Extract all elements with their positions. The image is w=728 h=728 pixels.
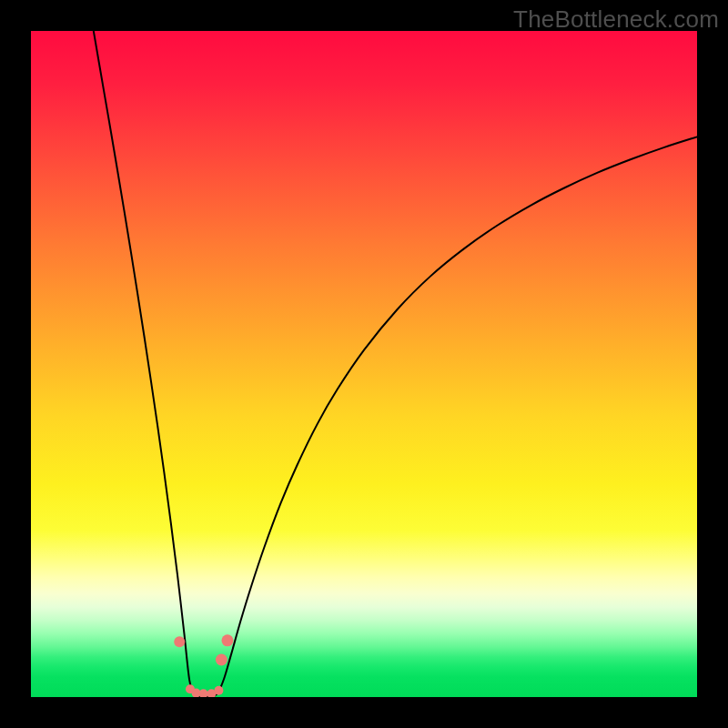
curve-group xyxy=(94,31,697,697)
marker-point xyxy=(216,654,228,666)
marker-point xyxy=(214,686,223,695)
chart-svg xyxy=(31,31,697,697)
marker-point xyxy=(199,689,208,697)
marker-group xyxy=(174,634,233,697)
marker-point xyxy=(174,636,185,647)
series-left-branch xyxy=(94,31,206,697)
watermark-text: TheBottleneck.com xyxy=(513,5,719,34)
plot-area xyxy=(31,31,697,697)
marker-point xyxy=(221,634,233,646)
chart-frame: TheBottleneck.com xyxy=(0,0,728,728)
series-right-branch xyxy=(206,136,697,697)
